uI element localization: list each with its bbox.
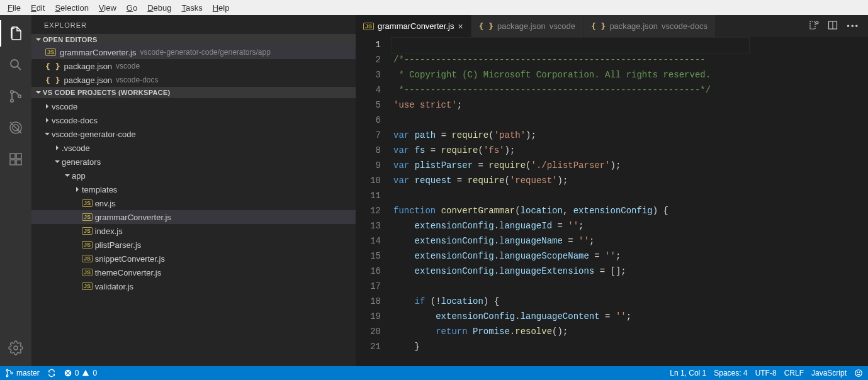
tree-item[interactable]: JS index.js: [31, 224, 356, 238]
more-icon[interactable]: •••: [847, 21, 859, 31]
tree-item[interactable]: JS validator.js: [31, 279, 356, 293]
chevron-down-icon: [63, 172, 72, 179]
svg-rect-8: [10, 154, 15, 159]
code-line[interactable]: var fs = require('fs');: [393, 143, 813, 158]
editor-tab[interactable]: JSgrammarConverter.js×: [356, 15, 471, 37]
source-control-icon[interactable]: [0, 83, 31, 109]
chevron-right-icon: [43, 103, 52, 109]
tree-item[interactable]: vscode-docs: [31, 113, 356, 127]
code-line[interactable]: * Copyright (C) Microsoft Corporation. A…: [393, 67, 813, 82]
code-line[interactable]: extensionConfig.languageContent = '';: [393, 309, 813, 324]
open-editors-header[interactable]: OPEN EDITORS: [31, 34, 356, 45]
indentation[interactable]: Spaces: 4: [714, 369, 747, 377]
problems[interactable]: 0 0: [64, 369, 97, 377]
git-branch[interactable]: master: [5, 369, 40, 377]
menu-selection[interactable]: Selection: [50, 2, 93, 14]
code-editor[interactable]: 123456789101112131415161718192021 /*----…: [356, 37, 868, 366]
menu-debug[interactable]: Debug: [142, 2, 176, 14]
tree-label: vscode-generator-code: [52, 130, 136, 139]
line-gutter: 123456789101112131415161718192021: [356, 37, 391, 366]
open-editor-item[interactable]: JSgrammarConverter.jsvscode-generator-co…: [31, 45, 356, 59]
file-name: package.json: [64, 75, 112, 85]
tree-item[interactable]: JS env.js: [31, 196, 356, 210]
js-file-icon: JS: [82, 282, 93, 290]
code-line[interactable]: extensionConfig.languageId = '';: [393, 218, 813, 233]
debug-icon[interactable]: [0, 115, 31, 141]
explorer-icon[interactable]: [0, 20, 31, 47]
code-line[interactable]: var plistParser = require('./plistParser…: [393, 158, 813, 173]
tree-label: env.js: [95, 199, 116, 208]
tree-item[interactable]: .vscode: [31, 141, 356, 155]
sidebar-title: EXPLORER: [31, 15, 356, 34]
code-line[interactable]: extensionConfig.languageExtensions = [];: [393, 264, 813, 279]
menu-go[interactable]: Go: [121, 2, 142, 14]
cursor-position[interactable]: Ln 1, Col 1: [670, 369, 706, 377]
line-number: 6: [356, 113, 381, 128]
code-line[interactable]: return Promise.resolve();: [393, 324, 813, 339]
menu-view[interactable]: View: [94, 2, 121, 14]
js-file-icon: JS: [82, 241, 93, 249]
code-line[interactable]: /*--------------------------------------…: [393, 52, 813, 67]
code-line[interactable]: var request = require('request');: [393, 173, 813, 188]
tab-label: grammarConverter.js: [378, 21, 454, 31]
compare-changes-icon[interactable]: [809, 20, 819, 32]
open-editor-item[interactable]: { }package.jsonvscode: [31, 59, 356, 73]
line-number: 4: [356, 82, 381, 98]
tree-item[interactable]: vscode-generator-code: [31, 127, 356, 141]
chevron-down-icon: [43, 131, 52, 137]
settings-gear-icon[interactable]: [0, 335, 31, 361]
code-line[interactable]: extensionConfig.languageName = '';: [393, 233, 813, 249]
svg-rect-9: [10, 160, 15, 165]
tree-item[interactable]: vscode: [31, 99, 356, 113]
feedback-icon[interactable]: [854, 369, 863, 377]
encoding[interactable]: UTF-8: [755, 369, 777, 377]
open-editor-item[interactable]: { }package.jsonvscode-docs: [31, 73, 356, 87]
tree-item[interactable]: JS plistParser.js: [31, 238, 356, 252]
workspace-header[interactable]: VS CODE PROJECTS (WORKSPACE): [31, 87, 356, 98]
code-line[interactable]: extensionConfig.languageScopeName = '';: [393, 249, 813, 264]
code-line[interactable]: [393, 188, 813, 203]
tab-actions: •••: [800, 15, 868, 37]
line-number: 15: [356, 249, 381, 264]
tree-item[interactable]: JS grammarConverter.js: [31, 210, 356, 224]
close-icon[interactable]: ×: [458, 21, 463, 31]
code-line[interactable]: if (!location) {: [393, 294, 813, 309]
editor-tab[interactable]: { }package.jsonvscode: [471, 15, 583, 37]
search-icon[interactable]: [0, 52, 31, 78]
code-line[interactable]: }: [393, 339, 813, 354]
tab-label: package.json: [609, 21, 658, 31]
line-number: 3: [356, 67, 381, 82]
menu-help[interactable]: Help: [208, 2, 235, 14]
menu-edit[interactable]: Edit: [26, 2, 50, 14]
tree-item[interactable]: generators: [31, 155, 356, 169]
code-line[interactable]: var path = require('path');: [393, 128, 813, 143]
minimap[interactable]: [813, 37, 868, 366]
eol[interactable]: CRLF: [784, 369, 804, 377]
workspace-label: VS CODE PROJECTS (WORKSPACE): [43, 89, 171, 96]
code-line[interactable]: function convertGrammar(location, extens…: [393, 203, 813, 218]
menu-file[interactable]: File: [3, 2, 26, 14]
code-line[interactable]: [393, 37, 813, 52]
tree-label: vscode-docs: [52, 116, 98, 125]
code-line[interactable]: [393, 279, 813, 294]
editor-tab[interactable]: { }package.jsonvscode-docs: [583, 15, 716, 37]
language-mode[interactable]: JavaScript: [811, 369, 847, 377]
extensions-icon[interactable]: [0, 146, 31, 172]
sync-icon[interactable]: [47, 369, 56, 377]
code-content[interactable]: /*--------------------------------------…: [391, 37, 813, 366]
code-line[interactable]: 'use strict';: [393, 98, 813, 113]
tree-item[interactable]: JS snippetConverter.js: [31, 252, 356, 265]
svg-point-23: [855, 370, 862, 377]
tree-item[interactable]: app: [31, 169, 356, 182]
code-line[interactable]: [393, 113, 813, 128]
tree-label: templates: [82, 185, 117, 194]
split-editor-icon[interactable]: [828, 20, 838, 32]
tree-item[interactable]: JS themeConverter.js: [31, 265, 356, 279]
tab-bar: JSgrammarConverter.js×{ }package.jsonvsc…: [356, 15, 868, 37]
svg-point-25: [859, 372, 860, 372]
js-file-icon: JS: [363, 23, 374, 30]
code-line[interactable]: *---------------------------------------…: [393, 82, 813, 98]
line-number: 18: [356, 294, 381, 309]
tree-item[interactable]: templates: [31, 182, 356, 196]
menu-tasks[interactable]: Tasks: [176, 2, 207, 14]
